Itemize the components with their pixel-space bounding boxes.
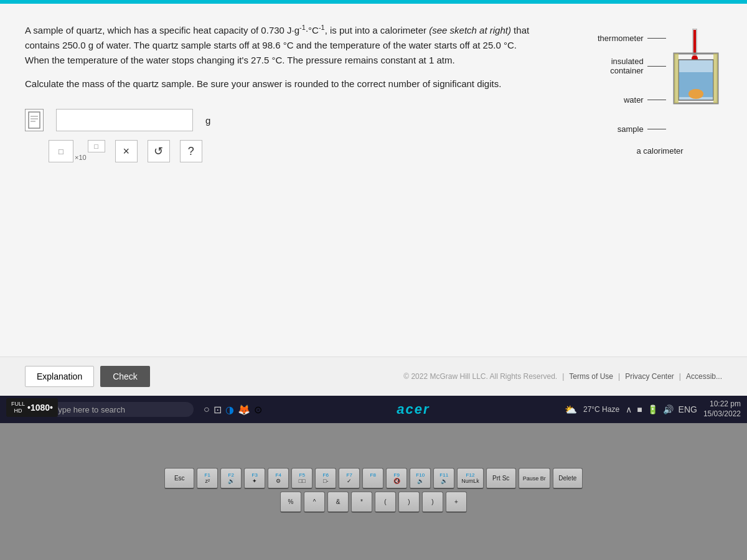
key-asterisk[interactable]: * (351, 492, 372, 513)
weather-text: 27°C Haze (583, 405, 619, 414)
copyright-text: © 2022 McGraw Hill LLC. All Rights Reser… (403, 372, 557, 381)
key-f11[interactable]: F11 🔉 (433, 468, 454, 489)
diagram-container: thermometer insulatedcontainer water sam… (598, 29, 722, 142)
unit-label: g (205, 115, 210, 126)
check-button[interactable]: Check (100, 366, 150, 387)
circle-icon[interactable]: ○ (204, 404, 210, 416)
x10-label: ×10 (75, 154, 87, 161)
key-lparen[interactable]: ( (375, 492, 396, 513)
insulated-line (647, 66, 666, 67)
acer-logo: acer (397, 401, 430, 418)
calorimeter-svg (671, 29, 721, 110)
footer-left: Explanation Check (25, 366, 150, 387)
key-prtsc[interactable]: Prt Sc (486, 468, 516, 489)
thermometer-label: thermometer (598, 34, 644, 43)
key-rparen[interactable]: ) (398, 492, 420, 513)
fox-icon[interactable]: 🦊 (238, 404, 250, 416)
main-content: A sample of quartz, which has a specific… (0, 4, 747, 423)
problem-footer: Explanation Check © 2022 McGraw Hill LLC… (0, 357, 747, 396)
weather-icon: ⛅ (565, 404, 577, 416)
key-plus[interactable]: + (446, 492, 467, 513)
display-resolution: •1080• (27, 403, 53, 413)
water-label: water (624, 95, 644, 105)
svg-rect-1 (693, 30, 696, 55)
insulated-label-row: insulatedcontainer (598, 57, 666, 75)
language-label: ENG (679, 404, 697, 414)
sample-label: sample (618, 124, 644, 134)
key-esc[interactable]: Esc (164, 468, 194, 489)
edge-icon[interactable]: ◑ (225, 404, 234, 416)
diagram-label-column: thermometer insulatedcontainer water sam… (598, 29, 666, 142)
key-f7[interactable]: F7 ✓ (339, 468, 360, 489)
key-f9[interactable]: F9 🔇 (386, 468, 407, 489)
water-label-row: water (598, 95, 666, 105)
key-f10[interactable]: F10 🔈 (410, 468, 431, 489)
key-f2[interactable]: F2 🔊 (220, 468, 242, 489)
caret-icon[interactable]: ∧ (626, 404, 632, 414)
chrome-icon[interactable]: ⊙ (254, 404, 262, 416)
network-icon[interactable]: ■ (637, 404, 642, 414)
key-f3[interactable]: F3 ✦ (244, 468, 265, 489)
svg-rect-9 (29, 112, 40, 128)
separator3: | (679, 372, 681, 381)
input-icon (25, 109, 44, 131)
keyboard-number-row: % ^ & * ( ) ) + (280, 492, 467, 513)
key-f12[interactable]: F12 NumLk (457, 468, 484, 489)
clock-date: 15/03/2022 (703, 409, 741, 419)
clear-button[interactable]: × (115, 140, 138, 162)
svg-rect-7 (674, 54, 679, 103)
taskbar-tray-icons: ○ ⊡ ◑ 🦊 ⊙ (204, 404, 262, 416)
system-tray-icons: ∧ ■ 🔋 🔊 ENG (626, 404, 697, 414)
key-f4[interactable]: F4 ⚙ (268, 468, 289, 489)
display-badge: FULLHD •1080• (6, 398, 58, 417)
problem-text: A sample of quartz, which has a specific… (25, 22, 535, 68)
display-full-hd: FULLHD (11, 401, 25, 414)
thermometer-label-row: thermometer (598, 34, 666, 43)
svg-point-6 (688, 89, 703, 99)
separator2: | (618, 372, 620, 381)
taskbar: ⊞ 🔍 Type here to search ○ ⊡ ◑ 🦊 ⊙ acer ⛅… (0, 396, 747, 423)
taskbar-time: 10:22 pm 15/03/2022 (703, 399, 741, 419)
sample-line (647, 129, 666, 129)
key-pause[interactable]: Pause Br (519, 468, 550, 489)
power-input[interactable] (88, 140, 105, 152)
problem-area: A sample of quartz, which has a specific… (0, 4, 747, 357)
speaker-icon[interactable]: 🔊 (663, 404, 674, 414)
footer-links: © 2022 McGraw Hill LLC. All Rights Reser… (403, 372, 722, 381)
undo-button[interactable]: ↺ (148, 140, 170, 162)
keyboard-fn-row: Esc F1 z² F2 🔊 F3 ✦ F4 ⚙ F5 □□ F6 □- F7 … (164, 468, 583, 489)
privacy-link[interactable]: Privacy Center (625, 372, 674, 381)
taskbar-right: ⛅ 27°C Haze ∧ ■ 🔋 🔊 ENG 10:22 pm 15/03/2… (565, 399, 741, 419)
search-text: Type here to search (54, 405, 125, 414)
help-button[interactable]: ? (180, 140, 202, 162)
taskbar-center: acer (268, 401, 558, 418)
separator1: | (562, 372, 564, 381)
battery-icon[interactable]: 🔋 (647, 404, 658, 414)
key-delete[interactable]: Delete (553, 468, 583, 489)
terms-link[interactable]: Terms of Use (569, 372, 613, 381)
calorimeter-diagram: thermometer insulatedcontainer water sam… (598, 29, 722, 156)
key-percent[interactable]: % (280, 492, 301, 513)
accessibility-link[interactable]: Accessib... (686, 372, 722, 381)
window-icon[interactable]: ⊡ (214, 404, 222, 416)
key-f8[interactable]: F8 (362, 468, 383, 489)
key-f6[interactable]: F6 □- (315, 468, 336, 489)
key-rparen2[interactable]: ) (422, 492, 443, 513)
key-f5[interactable]: F5 □□ (291, 468, 312, 489)
key-f1[interactable]: F1 z² (197, 468, 218, 489)
problem-main-text: A sample of quartz, which has a specific… (25, 25, 529, 65)
thermometer-line (647, 38, 666, 39)
key-caret[interactable]: ^ (304, 492, 325, 513)
keyboard-area: FULLHD •1080• Esc F1 z² F2 🔊 F3 ✦ F4 ⚙ F… (0, 423, 747, 560)
svg-rect-8 (713, 54, 718, 103)
answer-input[interactable] (56, 109, 193, 131)
sample-label-row: sample (598, 124, 666, 134)
insulated-label: insulatedcontainer (610, 57, 643, 75)
water-line (647, 100, 666, 100)
footer-right: © 2022 McGraw Hill LLC. All Rights Reser… (403, 372, 722, 381)
exponent-input[interactable] (49, 140, 73, 162)
calorimeter-title: a calorimeter (598, 146, 722, 156)
key-ampersand[interactable]: & (327, 492, 349, 513)
explanation-button[interactable]: Explanation (25, 366, 94, 387)
clock-time: 10:22 pm (703, 399, 741, 409)
